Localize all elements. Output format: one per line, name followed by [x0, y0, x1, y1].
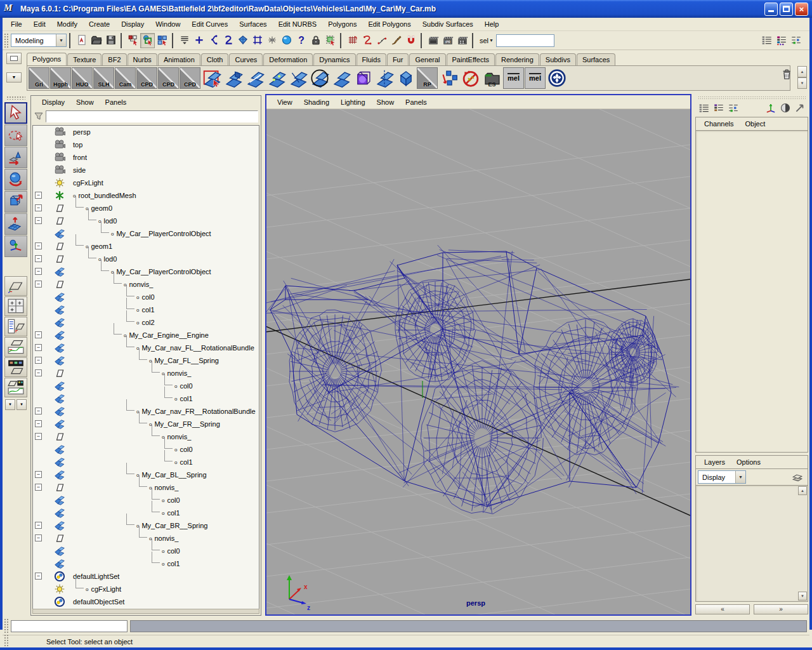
maximize-button[interactable] — [780, 3, 793, 16]
outliner-node-defaultobjectset[interactable]: defaultObjectSet — [33, 595, 259, 608]
shelf-tab-deformation[interactable]: Deformation — [263, 53, 313, 65]
shelf-mel-script-button[interactable]: mel — [503, 67, 524, 89]
outliner-node-my_car_engine__engine[interactable]: −My_Car_Engine__Engine — [33, 329, 259, 342]
menu-edit-polygons[interactable]: Edit Polygons — [362, 18, 416, 30]
shelf-poly-purple-cube-button[interactable] — [352, 67, 373, 89]
outliner-node-my_car__playercontrolobject[interactable]: My_Car__PlayerControlObject — [33, 227, 259, 240]
menu-display[interactable]: Display — [115, 18, 150, 30]
outliner-node-col0[interactable]: col0 — [33, 494, 259, 507]
collapse-icon[interactable]: − — [35, 204, 42, 211]
layout-dropdown-right[interactable]: ▼ — [16, 399, 27, 410]
paint-brush-button[interactable] — [389, 33, 403, 48]
shelf-tab-texture[interactable]: Texture — [67, 53, 102, 65]
outliner-node-col0[interactable]: col0 — [33, 443, 259, 456]
collapse-icon[interactable]: − — [35, 255, 42, 262]
shelf-slh-button[interactable]: SLH — [93, 67, 114, 89]
outliner-node-my_car__playercontrolobject[interactable]: −My_Car__PlayerControlObject — [33, 265, 259, 278]
menu-window[interactable]: Window — [150, 18, 186, 30]
chevron-down-icon[interactable]: ▼ — [56, 34, 66, 46]
snap-grid-menu-button[interactable] — [177, 33, 192, 48]
menu-edit-nurbs[interactable]: Edit NURBS — [273, 18, 323, 30]
rotate-tool-button[interactable] — [4, 169, 27, 190]
outliner-node-nonvis_[interactable]: −nonvis_ — [33, 430, 259, 443]
menu-polygons[interactable]: Polygons — [322, 18, 362, 30]
outliner-node-side[interactable]: side — [33, 164, 259, 176]
lasso-tool-button[interactable] — [4, 124, 27, 146]
shelf-tab-polygons[interactable]: Polygons — [27, 53, 67, 65]
viewport-menu-view[interactable]: View — [272, 96, 298, 108]
new-scene-button[interactable] — [74, 33, 89, 48]
chevron-down-icon[interactable]: ▼ — [489, 38, 494, 43]
collapse-icon[interactable]: − — [35, 217, 42, 224]
collapse-icon[interactable]: − — [35, 268, 42, 275]
show-manipulator-tool-button[interactable] — [4, 235, 27, 257]
outliner-node-nonvis_[interactable]: −nonvis_ — [33, 367, 259, 380]
toolbar-separator[interactable] — [172, 33, 174, 48]
viewport-menu-show[interactable]: Show — [371, 96, 400, 108]
history-curve-button[interactable] — [360, 33, 374, 48]
pane-scroll-right-button[interactable]: » — [754, 604, 808, 614]
outliner-node-geom0[interactable]: −geom0 — [33, 202, 259, 215]
contrast-toggle-button[interactable] — [778, 101, 792, 116]
layout-persp-multi-button[interactable] — [4, 378, 27, 397]
outliner-node-defaultlightset[interactable]: −defaultLightSet — [33, 570, 259, 583]
menu-create[interactable]: Create — [83, 18, 115, 30]
shelf-hgph-button[interactable]: Hgph — [50, 67, 71, 89]
scroll-up-icon[interactable]: ▲ — [798, 486, 807, 495]
mixed-list-toggle-button[interactable] — [726, 101, 740, 116]
ipr-render-button[interactable]: IPR — [440, 33, 455, 48]
pane-scroll-left-button[interactable]: « — [695, 604, 750, 614]
select-component-button[interactable] — [155, 33, 169, 48]
outliner-node-col0[interactable]: col0 — [33, 545, 259, 557]
shelf-cpd-button[interactable]: CPD — [158, 67, 179, 89]
shelf-diamond-button[interactable] — [546, 67, 567, 89]
collapse-icon[interactable]: − — [35, 420, 42, 427]
shelf-menu-button[interactable] — [6, 53, 22, 64]
collapse-icon[interactable]: − — [35, 534, 42, 541]
scale-tool-button[interactable] — [4, 191, 27, 213]
shelf-poly-vertex-button[interactable] — [266, 67, 287, 89]
snap-plus-button[interactable] — [192, 33, 206, 48]
shelf-poly-cube-button[interactable] — [395, 67, 416, 89]
shelf-huo-button[interactable]: HUO — [72, 67, 93, 89]
perspective-viewport[interactable]: ViewShadingLightingShowPanels x z persp — [265, 94, 691, 616]
shelf-tab-curves[interactable]: Curves — [229, 53, 263, 65]
collapse-icon[interactable]: − — [35, 281, 42, 288]
move-tool-button[interactable] — [4, 147, 27, 168]
toolbox-grip[interactable] — [6, 96, 25, 100]
channel-menu-object[interactable]: Object — [739, 118, 771, 129]
shelf-poly-split-button[interactable] — [244, 67, 265, 89]
shelf-tab-nurbs[interactable]: Nurbs — [128, 53, 157, 65]
chevron-down-icon[interactable]: ▼ — [735, 471, 745, 483]
sphere-tool-button[interactable] — [279, 33, 294, 48]
shelf-poly-mirror-button[interactable] — [374, 67, 395, 89]
outliner-node-col1[interactable]: col1 — [33, 303, 259, 316]
toolbar-separator[interactable] — [340, 33, 343, 48]
collapse-icon[interactable]: − — [35, 471, 42, 478]
shelf-tab-surfaces[interactable]: Surfaces — [577, 53, 615, 65]
commandline-grip[interactable] — [4, 618, 8, 633]
outliner-node-persp[interactable]: persp — [33, 126, 259, 138]
outliner-menu-display[interactable]: Display — [36, 96, 70, 108]
layout-single-pane-button[interactable] — [4, 276, 27, 296]
toolbar-separator[interactable] — [421, 33, 423, 48]
shelf-arrange-button[interactable] — [438, 67, 459, 89]
outliner-horizontal-scrollbar[interactable] — [32, 609, 259, 614]
dots-curve-button[interactable] — [374, 33, 389, 48]
scroll-up-icon[interactable]: ▲ — [797, 66, 807, 77]
outliner-node-col2[interactable]: col2 — [33, 316, 259, 329]
menu-surfaces[interactable]: Surfaces — [233, 18, 272, 30]
snap-point-button[interactable] — [221, 33, 235, 48]
outliner-node-lod0[interactable]: −lod0 — [33, 215, 259, 227]
shelf-rp-button[interactable]: RP — [417, 67, 438, 89]
outliner-node-geom1[interactable]: −geom1 — [33, 240, 259, 253]
construction-history-button[interactable] — [345, 33, 360, 48]
shelf-mel-script-button[interactable]: mel — [525, 67, 546, 89]
scroll-down-icon[interactable]: ▼ — [798, 592, 807, 600]
shelf-tab-cloth[interactable]: Cloth — [201, 53, 229, 65]
shelf-tab-bf2[interactable]: BF2 — [102, 53, 126, 65]
channel-menu-channels[interactable]: Channels — [698, 118, 739, 129]
layout-dropdown-left[interactable]: ▼ — [5, 399, 15, 410]
shelf-cam-button[interactable]: Cam — [115, 67, 136, 89]
outliner-node-col0[interactable]: col0 — [33, 380, 259, 392]
